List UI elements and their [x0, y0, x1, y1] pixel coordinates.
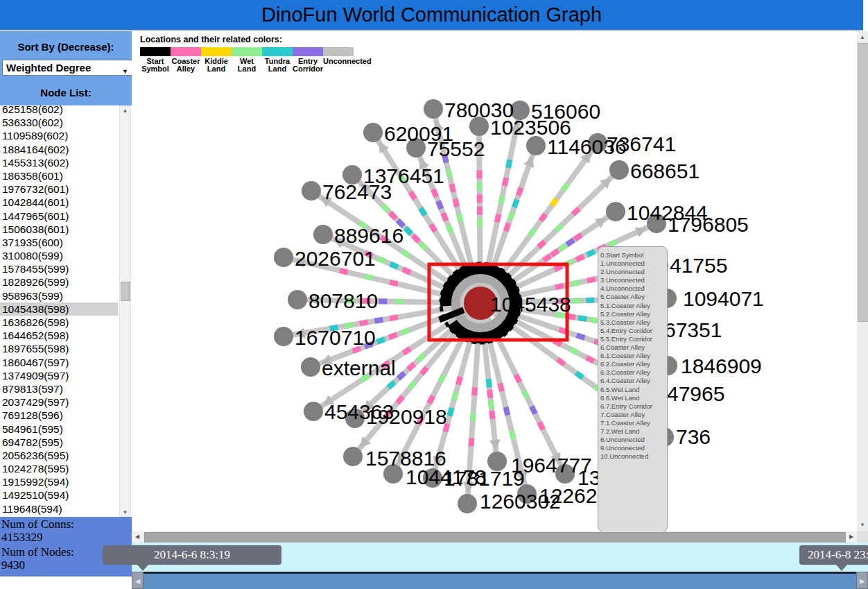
edge-location-segment	[410, 192, 415, 199]
edge-location-segment	[403, 251, 410, 256]
graph-node[interactable]	[302, 181, 321, 200]
scroll-up-icon[interactable]: ▲	[857, 33, 868, 42]
graph-node[interactable]	[526, 136, 546, 155]
graph-node[interactable]	[363, 123, 383, 142]
location-sequence-item: 5.Coaster Alley	[600, 293, 665, 301]
list-item[interactable]: 1374909(597)	[0, 369, 118, 382]
list-item[interactable]: 1636826(598)	[0, 316, 118, 329]
list-item[interactable]: 371935(600)	[0, 236, 118, 249]
graph-node[interactable]	[458, 494, 477, 513]
legend-label: Tundra Land	[262, 58, 293, 73]
edge-location-segment	[390, 282, 398, 284]
list-item[interactable]: 769128(596)	[0, 409, 118, 422]
location-sequence-tooltip: 0.Start Symbol1.Unconnected2.Unconnected…	[598, 246, 668, 531]
scroll-down-icon[interactable]: ▼	[857, 520, 868, 530]
scroll-right-icon[interactable]: ▶	[846, 531, 857, 543]
num-nodes-label: Num of Nodes:	[1, 545, 74, 559]
legend-swatch	[201, 47, 232, 56]
edge-location-segment	[413, 236, 419, 241]
list-item[interactable]: 536330(602)	[0, 116, 118, 129]
legend-item: Wet Land	[232, 47, 262, 73]
edge-location-segment	[440, 375, 444, 382]
edge-location-segment	[474, 387, 475, 395]
slider-left-handle[interactable]: ◀	[132, 572, 144, 589]
graph-node-label: 67351	[664, 318, 722, 341]
edge-location-segment	[575, 234, 582, 239]
list-item[interactable]: 310080(599)	[0, 249, 118, 262]
graph-node[interactable]	[301, 357, 320, 377]
graph-node[interactable]	[424, 99, 443, 119]
list-item[interactable]: 1447965(601)	[0, 210, 118, 223]
edge-location-segment	[516, 375, 519, 382]
list-item[interactable]: 2056236(595)	[0, 449, 118, 462]
scroll-down-icon[interactable]: ▼	[120, 508, 130, 517]
edge-location-segment	[609, 241, 616, 245]
vertical-scroll-thumb[interactable]	[858, 43, 868, 322]
graph-node-label: 41755	[670, 254, 727, 277]
list-item[interactable]: 1644652(598)	[0, 329, 118, 342]
node-list-scroll-thumb[interactable]	[121, 282, 130, 301]
list-item[interactable]: 1578455(599)	[0, 262, 118, 275]
list-item[interactable]: 2037429(597)	[0, 395, 118, 409]
slider-right-handle[interactable]: ▶	[856, 572, 868, 589]
graph-node[interactable]	[606, 202, 625, 221]
list-item[interactable]: 186358(601)	[0, 169, 118, 182]
num-conns-label: Num of Conns:	[1, 518, 74, 531]
list-item[interactable]: 1455313(602)	[0, 156, 118, 169]
list-item[interactable]: 1506038(601)	[0, 223, 118, 236]
scroll-left-icon[interactable]: ◀	[132, 531, 143, 543]
edge-location-segment	[378, 258, 385, 262]
location-sequence-item: 6.2.Coaster Alley	[600, 360, 665, 368]
horizontal-scroll-thumb[interactable]	[144, 532, 847, 543]
list-item[interactable]: 1024278(595)	[0, 462, 118, 475]
edge-location-segment	[449, 408, 451, 416]
edge-location-segment	[429, 396, 433, 404]
scrollbar-corner	[857, 531, 868, 543]
edge-location-segment	[438, 201, 442, 209]
edge-location-segment	[410, 382, 415, 389]
list-item[interactable]: 694782(595)	[0, 436, 118, 449]
list-item[interactable]: 1828926(599)	[0, 275, 118, 289]
list-item[interactable]: 1860467(597)	[0, 356, 118, 369]
list-item[interactable]: 1492510(594)	[0, 488, 118, 502]
list-item[interactable]: 625158(602)	[0, 105, 118, 116]
graph-node[interactable]	[288, 290, 307, 309]
edge-location-segment	[532, 407, 535, 414]
list-item[interactable]: 1976732(601)	[0, 182, 118, 196]
location-sequence-item: 3.Unconnected	[600, 276, 665, 284]
list-item[interactable]: 1897655(598)	[0, 342, 118, 355]
list-item[interactable]: 1045438(598)	[0, 302, 118, 316]
list-item[interactable]: 1915992(594)	[0, 475, 118, 488]
graph-node-label: 2026701	[295, 247, 376, 270]
graph-node[interactable]	[274, 248, 293, 267]
scroll-up-icon[interactable]: ▲	[120, 106, 130, 116]
list-item[interactable]: 1884164(602)	[0, 143, 118, 156]
graph-node-label: 1781719	[444, 467, 525, 490]
edge-location-segment	[497, 214, 498, 222]
list-item[interactable]: 1042844(601)	[0, 196, 118, 209]
graph-node-label: external	[322, 357, 396, 379]
edge-location-segment	[390, 317, 398, 318]
list-item[interactable]: 584961(595)	[0, 422, 118, 436]
graph-node[interactable]	[304, 402, 323, 421]
graph-vertical-scrollbar[interactable]: ▲ ▼	[857, 31, 868, 531]
location-sequence-item: 6.4.Coaster Alley	[600, 377, 665, 385]
edge-location-segment	[506, 223, 509, 231]
edge-location-segment	[530, 229, 535, 236]
sort-select[interactable]: Weighted Degree ▼	[2, 60, 133, 76]
graph-node[interactable]	[274, 327, 293, 346]
end-time-tooltip: 2014-6-8 23:1	[799, 545, 868, 565]
graph-horizontal-scrollbar[interactable]: ◀ ▶	[132, 531, 857, 543]
list-item[interactable]: 958963(599)	[0, 289, 118, 302]
graph-node[interactable]	[609, 160, 629, 180]
legend-item: Unconnected	[323, 47, 354, 73]
graph-node[interactable]	[313, 225, 333, 244]
num-conns-value: 4153329	[1, 531, 43, 545]
time-range-slider[interactable]	[132, 572, 868, 589]
edge-location-segment	[505, 178, 506, 186]
list-item[interactable]: 879813(597)	[0, 382, 118, 395]
list-item[interactable]: 1109589(602)	[0, 129, 118, 142]
list-item[interactable]: 119648(594)	[0, 502, 118, 515]
graph-node[interactable]	[343, 447, 363, 466]
node-list-scrollbar[interactable]: ▲ ▼	[119, 105, 131, 517]
